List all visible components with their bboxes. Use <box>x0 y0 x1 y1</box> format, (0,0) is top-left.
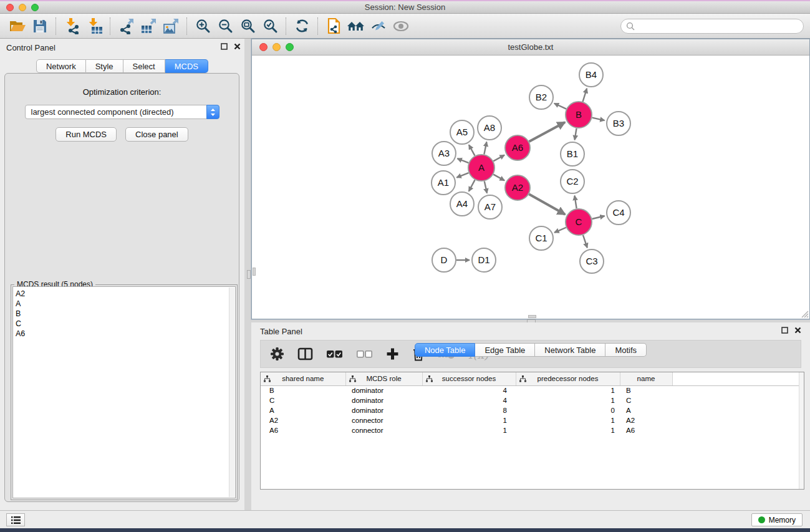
result-list-scrollbar[interactable] <box>229 288 234 497</box>
memory-button[interactable]: Memory <box>751 513 803 526</box>
graph-node-A2[interactable]: A2 <box>505 175 530 200</box>
svg-text:A7: A7 <box>485 201 496 212</box>
open-session-icon[interactable] <box>6 16 29 36</box>
new-network-from-file-icon[interactable] <box>322 16 345 36</box>
tab-network-table[interactable]: Network Table <box>535 343 605 357</box>
export-network-icon[interactable] <box>115 16 137 36</box>
application-window: Session: New Session <box>0 0 810 532</box>
save-session-icon[interactable] <box>29 16 51 36</box>
network-horizontal-scroll-thumb[interactable] <box>528 315 536 318</box>
search-input[interactable] <box>638 22 798 31</box>
close-panel-icon[interactable] <box>794 327 801 334</box>
graph-edge-C-C3[interactable] <box>583 235 587 248</box>
desktop-strip <box>0 528 810 532</box>
graph-edge-B-B3[interactable] <box>592 118 604 120</box>
graph-edge-A-A6[interactable] <box>493 155 504 162</box>
close-window-button[interactable] <box>6 4 14 11</box>
graph-node-C3[interactable]: C3 <box>580 249 604 273</box>
tab-edge-table[interactable]: Edge Table <box>475 343 535 357</box>
close-panel-button[interactable]: Close panel <box>125 127 188 142</box>
zoom-selected-icon[interactable] <box>259 16 281 36</box>
graph-node-A[interactable]: A <box>468 155 494 181</box>
graph-node-A8[interactable]: A8 <box>478 116 501 140</box>
graph-edge-B-B4[interactable] <box>583 89 587 102</box>
refresh-icon[interactable] <box>291 16 313 36</box>
graph-edge-A-A7[interactable] <box>485 181 487 193</box>
graph-edge-A-A3[interactable] <box>457 158 468 163</box>
export-image-icon[interactable] <box>160 16 182 36</box>
toolbar-separator <box>186 17 187 35</box>
graph-edge-C-C1[interactable] <box>554 228 566 233</box>
import-table-icon[interactable] <box>83 16 105 36</box>
graph-node-A7[interactable]: A7 <box>478 195 502 219</box>
graph-node-B1[interactable]: B1 <box>561 142 584 166</box>
show-hide-graphics-icon[interactable] <box>367 16 390 36</box>
graph-node-D[interactable]: D <box>432 248 456 272</box>
graph-node-B4[interactable]: B4 <box>579 63 603 87</box>
graph-edge-C-C4[interactable] <box>592 216 604 219</box>
float-panel-icon[interactable] <box>221 43 228 50</box>
graph-node-B3[interactable]: B3 <box>607 112 630 135</box>
graph-edge-A2-C[interactable] <box>529 194 565 214</box>
graph-edge-A-A5[interactable] <box>469 145 475 155</box>
svg-text:D1: D1 <box>478 254 489 265</box>
resize-grip-icon[interactable] <box>800 309 809 318</box>
network-canvas[interactable]: B4B2BB3A8A5A6A3B1AC2A1A2A4A7C4CC1DD1C3 <box>252 56 809 319</box>
graph-node-A4[interactable]: A4 <box>450 192 474 216</box>
tab-style[interactable]: Style <box>86 59 123 73</box>
graph-edge-C-C2[interactable] <box>574 196 576 209</box>
mcds-result-list[interactable]: A2ABCA6 <box>12 286 236 498</box>
toolbar-separator <box>286 17 286 35</box>
graph-edge-A-A8[interactable] <box>484 142 486 155</box>
tab-mcds[interactable]: MCDS <box>165 59 208 73</box>
tab-network[interactable]: Network <box>36 59 86 73</box>
close-panel-icon[interactable] <box>234 43 241 50</box>
home-icon[interactable] <box>345 16 367 36</box>
criterion-select[interactable]: largest connected component (directed) <box>25 105 219 119</box>
graph-node-C[interactable]: C <box>566 209 592 235</box>
zoom-out-icon[interactable] <box>214 16 236 36</box>
graph-edge-B-B2[interactable] <box>554 104 566 109</box>
graph-node-D1[interactable]: D1 <box>472 248 496 272</box>
zoom-window-button[interactable] <box>31 4 39 11</box>
graph-node-A1[interactable]: A1 <box>432 171 455 195</box>
network-zoom-button[interactable] <box>286 43 294 51</box>
mcds-result-item[interactable]: B <box>16 309 235 319</box>
graph-edge-A6-B[interactable] <box>529 122 565 142</box>
show-panels-button[interactable] <box>6 513 25 526</box>
network-minimize-button[interactable] <box>272 43 281 51</box>
network-vertical-scroll-thumb[interactable] <box>253 268 256 276</box>
mcds-result-item[interactable]: A2 <box>16 289 235 299</box>
graph-node-C2[interactable]: C2 <box>561 170 584 193</box>
tab-select[interactable]: Select <box>123 59 165 73</box>
float-panel-icon[interactable] <box>781 327 788 334</box>
zoom-in-icon[interactable] <box>191 16 214 36</box>
graph-edge-A-A2[interactable] <box>493 175 504 181</box>
graph-node-A6[interactable]: A6 <box>505 135 530 160</box>
eye-icon[interactable] <box>390 16 412 36</box>
graph-node-C1[interactable]: C1 <box>529 226 553 250</box>
mcds-result-item[interactable]: A6 <box>16 329 235 339</box>
graph-node-B[interactable]: B <box>566 102 592 128</box>
svg-text:C: C <box>576 216 582 227</box>
tab-motifs[interactable]: Motifs <box>605 343 647 357</box>
zoom-fit-icon[interactable] <box>236 16 259 36</box>
tab-node-table[interactable]: Node Table <box>415 343 476 357</box>
export-table-icon[interactable] <box>137 16 160 36</box>
list-icon <box>11 516 21 524</box>
graph-edge-B-B1[interactable] <box>575 128 577 140</box>
minimize-window-button[interactable] <box>19 4 26 11</box>
mcds-result-item[interactable]: A <box>16 299 235 309</box>
graph-node-A3[interactable]: A3 <box>432 142 456 165</box>
graph-node-A5[interactable]: A5 <box>450 120 474 144</box>
graph-node-B2[interactable]: B2 <box>529 85 553 109</box>
run-mcds-button[interactable]: Run MCDS <box>55 127 117 142</box>
graph-node-C4[interactable]: C4 <box>607 201 630 225</box>
mcds-result-item[interactable]: C <box>16 319 235 329</box>
network-close-button[interactable] <box>259 43 268 51</box>
vertical-split-grip[interactable] <box>247 270 251 279</box>
import-network-icon[interactable] <box>60 16 83 36</box>
graph-edge-A-A4[interactable] <box>469 180 475 191</box>
toolbar-separator <box>317 17 318 35</box>
graph-edge-A-A1[interactable] <box>456 173 468 178</box>
